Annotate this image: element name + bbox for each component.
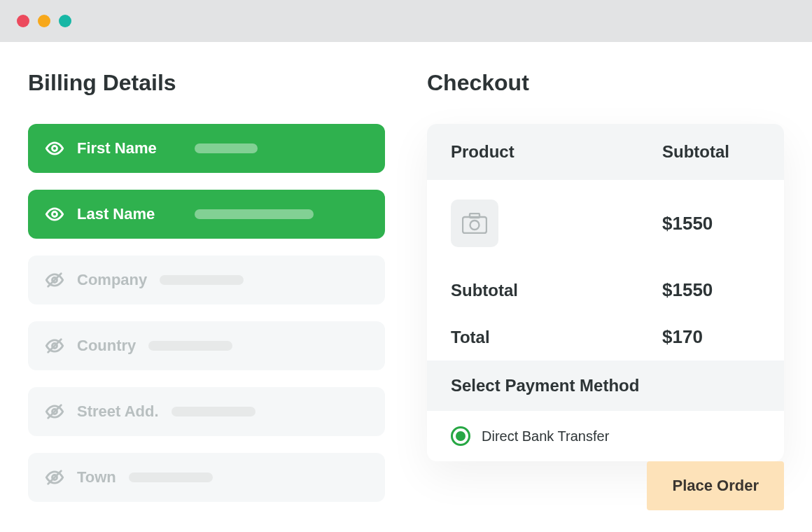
eye-hidden-icon bbox=[45, 468, 64, 487]
svg-point-1 bbox=[52, 212, 57, 217]
eye-visible-icon bbox=[45, 139, 64, 158]
product-row: $1550 bbox=[427, 180, 784, 267]
billing-field-value-placeholder bbox=[195, 144, 258, 153]
payment-option-label: Direct Bank Transfer bbox=[482, 428, 609, 444]
eye-hidden-icon bbox=[45, 336, 64, 356]
billing-title: Billing Details bbox=[28, 70, 385, 96]
billing-panel: Billing Details First NameLast NameCompa… bbox=[28, 70, 385, 510]
summary-row: Total$170 bbox=[427, 314, 784, 360]
billing-field-row[interactable]: Last Name bbox=[28, 190, 385, 239]
checkout-title: Checkout bbox=[427, 70, 784, 96]
billing-field-value-placeholder bbox=[148, 341, 232, 351]
billing-field-label: Town bbox=[77, 468, 116, 486]
radio-selected-icon bbox=[451, 426, 470, 446]
billing-field-row[interactable]: Country bbox=[28, 321, 385, 370]
billing-field-value-placeholder bbox=[172, 407, 255, 416]
payment-option-direct-bank[interactable]: Direct Bank Transfer bbox=[427, 411, 784, 461]
col-subtotal: Subtotal bbox=[662, 142, 760, 162]
summary-row: Subtotal$1550 bbox=[427, 267, 784, 314]
place-order-button[interactable]: Place Order bbox=[647, 461, 784, 510]
billing-field-label: Street Add. bbox=[77, 402, 159, 421]
close-window-button[interactable] bbox=[17, 15, 29, 27]
billing-field-label: First Name bbox=[77, 139, 182, 158]
checkout-table-header: Product Subtotal bbox=[427, 124, 784, 180]
eye-hidden-icon bbox=[45, 402, 64, 421]
minimize-window-button[interactable] bbox=[38, 15, 50, 27]
svg-point-11 bbox=[470, 220, 479, 230]
col-product: Product bbox=[451, 142, 662, 162]
eye-visible-icon bbox=[45, 204, 64, 224]
summary-label: Total bbox=[451, 328, 662, 347]
svg-rect-10 bbox=[463, 217, 486, 233]
summary-value: $170 bbox=[662, 326, 760, 348]
billing-field-label: Company bbox=[77, 271, 147, 289]
window-titlebar bbox=[0, 0, 812, 42]
camera-icon bbox=[462, 213, 487, 234]
product-thumbnail bbox=[451, 200, 498, 247]
payment-section-title: Select Payment Method bbox=[427, 360, 784, 411]
summary-label: Subtotal bbox=[451, 281, 662, 300]
billing-field-row[interactable]: Town bbox=[28, 453, 385, 502]
billing-field-label: Last Name bbox=[77, 205, 182, 223]
billing-field-row[interactable]: Street Add. bbox=[28, 387, 385, 436]
summary-value: $1550 bbox=[662, 279, 760, 301]
billing-field-row[interactable]: Company bbox=[28, 255, 385, 304]
eye-hidden-icon bbox=[45, 270, 64, 290]
billing-field-value-placeholder bbox=[195, 209, 314, 219]
maximize-window-button[interactable] bbox=[59, 15, 71, 27]
svg-rect-12 bbox=[470, 214, 479, 218]
checkout-card: Product Subtotal $1550 Subtotal$1550Tota… bbox=[427, 124, 784, 461]
billing-field-value-placeholder bbox=[160, 275, 244, 285]
product-price: $1550 bbox=[662, 213, 760, 234]
billing-field-label: Country bbox=[77, 337, 136, 355]
billing-field-value-placeholder bbox=[129, 472, 213, 482]
checkout-panel: Checkout Product Subtotal $1550 Subtotal… bbox=[427, 70, 784, 510]
svg-point-0 bbox=[52, 146, 57, 151]
billing-field-row[interactable]: First Name bbox=[28, 124, 385, 173]
